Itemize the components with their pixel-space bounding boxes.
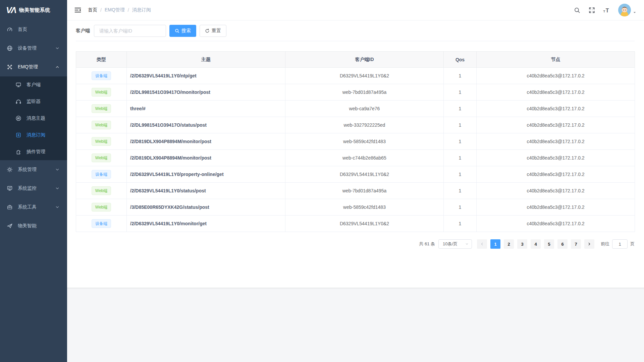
sidebar-item-label: 首页 <box>18 26 60 33</box>
type-tag: Web端 <box>92 88 111 97</box>
node-cell: c40b2d8ea5c3@172.17.0.2 <box>477 216 635 232</box>
hash-circle-icon <box>15 115 21 121</box>
table-header-row: 类型主题客户端IDQos节点 <box>76 52 635 68</box>
reset-button[interactable]: 重置 <box>200 25 226 37</box>
sidebar-item-listener[interactable]: 监听器 <box>0 93 67 110</box>
prev-page-button[interactable] <box>477 239 487 249</box>
svg-text:T: T <box>605 7 609 13</box>
goto-unit-label: 页 <box>630 241 635 247</box>
qos-cell: 1 <box>444 150 477 166</box>
page-content: 客户端 搜索 重置 <box>67 20 644 288</box>
sidebar: VΛ 物美智能系统 首页设备管理EMQ管理客户端监听器消息主题消息订阅插件管理系… <box>0 0 67 362</box>
sidebar-item-system-mgmt[interactable]: 系统管理 <box>0 160 67 179</box>
node-cell: c40b2d8ea5c3@172.17.0.2 <box>477 133 635 150</box>
page-button-6[interactable]: 6 <box>557 239 568 249</box>
font-size-icon[interactable]: T T <box>602 6 611 14</box>
sidebar-item-plugin-mgmt[interactable]: 插件管理 <box>0 143 67 160</box>
search-button[interactable]: 搜索 <box>169 25 196 37</box>
app-root: VΛ 物美智能系统 首页设备管理EMQ管理客户端监听器消息主题消息订阅插件管理系… <box>0 0 644 362</box>
headset-icon <box>15 99 21 105</box>
qos-cell: 1 <box>444 183 477 199</box>
chevron-down-icon <box>465 242 469 246</box>
page-background <box>67 288 644 362</box>
page-button-5[interactable]: 5 <box>544 239 554 249</box>
client-id-cell: web-3327922225ed <box>285 117 444 133</box>
main-area: 首页/EMQ管理/消息订阅 T <box>67 0 644 362</box>
type-tag: Web端 <box>92 186 111 195</box>
breadcrumb-item[interactable]: 首页 <box>88 7 97 13</box>
search-icon <box>175 28 179 33</box>
topic-cell: /2/D819DLX904P8894M/monitor/post <box>127 150 285 166</box>
table-row: Web端/2/D6329VL54419L1Y0/status/postweb-7… <box>76 183 635 199</box>
client-id-cell: web-ca9a7e76 <box>285 101 444 117</box>
search-field-label: 客户端 <box>76 28 90 34</box>
type-tag: Web端 <box>92 154 111 162</box>
table-row: 设备端/2/D6329VL54419L1Y0/ntp/getD6329VL544… <box>76 68 635 84</box>
node-cell: c40b2d8ea5c3@172.17.0.2 <box>477 84 635 101</box>
gear-icon <box>7 167 13 173</box>
topic-cell: /2/DL9981541O39417O/monitor/post <box>127 84 285 101</box>
user-menu[interactable] <box>618 4 637 16</box>
type-tag: 设备端 <box>92 219 111 228</box>
client-id-cell: web-c744b2e86ab65 <box>285 150 444 166</box>
breadcrumb: 首页/EMQ管理/消息订阅 <box>88 7 151 13</box>
qos-cell: 1 <box>444 117 477 133</box>
qos-cell: 1 <box>444 199 477 216</box>
page-size-select[interactable]: 10条/页 <box>438 239 472 249</box>
sidebar-item-client[interactable]: 客户端 <box>0 76 67 93</box>
breadcrumb-item[interactable]: EMQ管理 <box>105 7 125 13</box>
sidebar-item-home[interactable]: 首页 <box>0 20 67 39</box>
svg-text:T: T <box>603 9 605 13</box>
table-row: Web端/2/DL9981541O39417O/status/postweb-3… <box>76 117 635 133</box>
app-logo[interactable]: VΛ 物美智能系统 <box>0 0 67 20</box>
client-id-cell: web-5859c42fd1483 <box>285 133 444 150</box>
search-icon[interactable] <box>573 6 581 14</box>
table-row: Web端/2/D819DLX904P8894M/monitor/postweb-… <box>76 133 635 150</box>
sidebar-menu: 首页设备管理EMQ管理客户端监听器消息主题消息订阅插件管理系统管理系统监控系统工… <box>0 20 67 235</box>
client-id-cell: D6329VL54419L1Y0&2 <box>285 216 444 232</box>
goto-page-input[interactable] <box>612 239 628 249</box>
sidebar-toggle-button[interactable] <box>74 7 81 13</box>
search-form: 客户端 搜索 重置 <box>76 25 635 37</box>
breadcrumb-item: 消息订阅 <box>132 7 151 13</box>
node-cell: c40b2d8ea5c3@172.17.0.2 <box>477 101 635 117</box>
reset-button-label: 重置 <box>212 28 221 34</box>
app-title: 物美智能系统 <box>19 7 50 13</box>
chevron-down-icon <box>54 204 60 210</box>
next-page-button[interactable] <box>584 239 594 249</box>
sidebar-item-msg-subscribe[interactable]: 消息订阅 <box>0 127 67 143</box>
qos-cell: 1 <box>444 101 477 117</box>
page-number-list: 1234567 <box>489 239 583 249</box>
goto-label: 前往 <box>601 241 609 247</box>
sidebar-item-emq-mgmt[interactable]: EMQ管理 <box>0 58 67 76</box>
client-id-cell: web-7bd01d87a495a <box>285 183 444 199</box>
type-cell: 设备端 <box>76 216 127 232</box>
sidebar-item-msg-topic[interactable]: 消息主题 <box>0 110 67 127</box>
column-header-client-id: 客户端ID <box>285 52 444 68</box>
page-button-3[interactable]: 3 <box>517 239 527 249</box>
topic-cell: /2/D6329VL54419L1Y0/monitor/get <box>127 216 285 232</box>
page-button-1[interactable]: 1 <box>490 239 500 249</box>
section-divider <box>76 41 635 41</box>
type-cell: 设备端 <box>76 68 127 84</box>
sidebar-item-device-mgmt[interactable]: 设备管理 <box>0 39 67 58</box>
client-id-search-input[interactable] <box>94 25 166 37</box>
puzzle-icon <box>15 149 21 155</box>
topic-cell: three/# <box>127 101 285 117</box>
table-row: Web端/3/D85E00R65DYXK42G/status/postweb-5… <box>76 199 635 216</box>
sidebar-item-label: 系统管理 <box>18 167 54 173</box>
fullscreen-icon[interactable] <box>587 6 596 14</box>
sidebar-item-label: 物美智能 <box>18 223 60 229</box>
chevron-down-icon <box>54 167 60 173</box>
gauge-icon <box>7 26 13 33</box>
sidebar-item-wumei-smart[interactable]: 物美智能 <box>0 217 67 235</box>
sidebar-item-system-tools[interactable]: 系统工具 <box>0 198 67 217</box>
page-button-7[interactable]: 7 <box>571 239 581 249</box>
page-button-4[interactable]: 4 <box>531 239 541 249</box>
chart-monitor-icon <box>7 185 13 191</box>
qos-cell: 1 <box>444 216 477 232</box>
sidebar-item-system-monitor[interactable]: 系统监控 <box>0 179 67 198</box>
paper-plane-icon <box>7 223 13 229</box>
page-button-2[interactable]: 2 <box>504 239 514 249</box>
qos-cell: 1 <box>444 84 477 101</box>
